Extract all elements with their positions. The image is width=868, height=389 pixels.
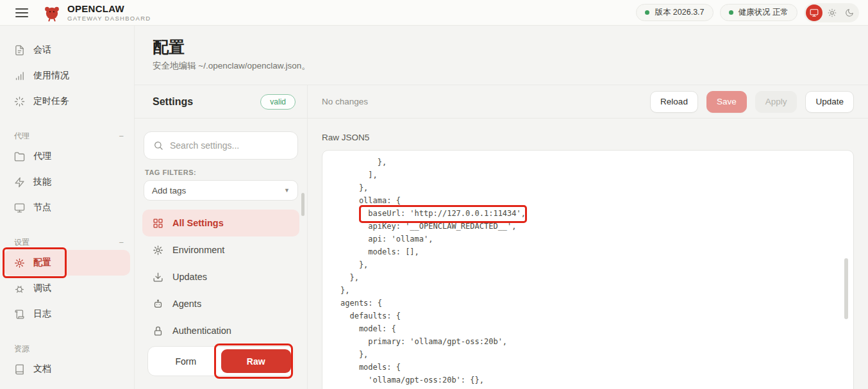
code-line: models: [], — [340, 245, 853, 258]
sidebar-item-label: 代理 — [33, 151, 51, 162]
raw-view-button[interactable]: Raw — [221, 349, 292, 373]
code-line: agents: { — [340, 297, 853, 310]
brand-subtitle: GATEWAY DASHBOARD — [67, 15, 151, 22]
sidebar-item-debug[interactable]: 调试 — [4, 276, 130, 301]
brand: OPENCLAW GATEWAY DASHBOARD — [67, 4, 151, 22]
sidebar-section-header: 代理− — [14, 128, 124, 144]
lock-icon — [153, 326, 163, 336]
page-title: 配置 — [153, 36, 868, 58]
chevron-down-icon: ▼ — [284, 187, 290, 194]
download-icon — [153, 272, 163, 283]
settings-category-authentication[interactable]: Authentication — [142, 317, 299, 340]
sidebar-item-sessions[interactable]: 会话 — [4, 37, 130, 63]
settings-category-environment[interactable]: Environment — [142, 236, 299, 263]
apply-button[interactable]: Apply — [755, 91, 797, 113]
sidebar-item-label: 技能 — [33, 176, 51, 188]
sidebar-item-skills[interactable]: 技能 — [4, 169, 130, 195]
page-header: 配置 安全地编辑 ~/.openclaw/openclaw.json。 — [135, 26, 868, 85]
sidebar-item-label: 节点 — [33, 202, 51, 213]
save-button[interactable]: Save — [706, 91, 747, 113]
config-editor: No changes Reload Save Apply Update Raw … — [308, 85, 868, 389]
editor-scrollbar[interactable] — [844, 258, 848, 319]
search-icon — [153, 140, 163, 151]
settings-category-all-settings[interactable]: All Settings — [142, 210, 299, 236]
settings-category-agents[interactable]: Agents — [142, 290, 299, 317]
settings-panel-title: Settings — [153, 96, 193, 108]
sidebar-item-label: 配置 — [33, 257, 51, 269]
code-line: }, — [340, 284, 853, 297]
category-label: Updates — [172, 272, 207, 282]
code-line: baseUrl: 'http://127.0.0.1:11434', — [340, 207, 853, 220]
sidebar-item-label: 调试 — [33, 283, 51, 294]
code-line: }, — [340, 156, 853, 169]
gear-icon — [14, 258, 25, 269]
grid-icon — [153, 218, 163, 229]
sidebar-item-logs[interactable]: 日志 — [4, 301, 130, 327]
raw-json5-editor[interactable]: }, ], }, ollama: { baseUrl: 'http://127.… — [322, 150, 854, 389]
theme-sun-icon[interactable] — [824, 5, 840, 21]
zap-icon — [14, 177, 25, 188]
code-line: ], — [340, 169, 853, 181]
brand-title: OPENCLAW — [67, 4, 151, 13]
sidebar-item-label: 定时任务 — [33, 95, 69, 107]
update-button[interactable]: Update — [805, 91, 854, 113]
code-line: 'ollama/gpt-oss:20b': {}, — [340, 374, 853, 386]
code-block: }, ], }, ollama: { baseUrl: 'http://127.… — [340, 156, 853, 386]
theme-toggle[interactable] — [804, 3, 859, 22]
sidebar-item-agents[interactable]: 代理 — [4, 144, 130, 169]
sidebar-item-cron[interactable]: 定时任务 — [4, 88, 130, 114]
view-mode-toggle: Form Raw — [147, 346, 294, 376]
version-badge-label: 版本 2026.3.7 — [655, 7, 704, 18]
gear-icon — [153, 245, 163, 256]
settings-panel: Settings valid TAG FILTERS: Add tags ▼ — [135, 85, 308, 389]
top-bar: OPENCLAW GATEWAY DASHBOARD 版本 2026.3.7 健… — [0, 0, 868, 26]
sidebar-item-label: 使用情况 — [33, 70, 69, 81]
code-line: api: 'ollama', — [340, 233, 853, 245]
tag-filters-label: TAG FILTERS: — [145, 169, 297, 176]
section-title: 代理 — [14, 131, 29, 142]
code-line: defaults: { — [340, 310, 853, 322]
sidebar-item-label: 日志 — [33, 308, 51, 320]
sidebar-item-usage[interactable]: 使用情况 — [4, 63, 130, 88]
raw-json5-label: Raw JSON5 — [322, 133, 854, 142]
sidebar-item-config[interactable]: 配置 — [4, 250, 130, 276]
reload-button[interactable]: Reload — [650, 91, 698, 113]
category-label: Authentication — [172, 326, 231, 336]
main-content: 配置 安全地编辑 ~/.openclaw/openclaw.json。 Sett… — [135, 26, 868, 389]
bug-icon — [14, 283, 25, 294]
sidebar-item-docs[interactable]: 文档 — [4, 356, 130, 382]
monitor-icon — [14, 203, 25, 213]
category-label: Environment — [172, 245, 224, 255]
menu-icon[interactable] — [15, 8, 28, 17]
settings-list-scrollbar[interactable] — [301, 193, 305, 216]
changes-status: No changes — [322, 97, 368, 106]
green-dot-icon — [645, 10, 649, 15]
settings-category-list: All SettingsEnvironmentUpdatesAgentsAuth… — [142, 210, 299, 340]
sidebar-item-label: 文档 — [33, 363, 51, 375]
settings-search[interactable] — [144, 131, 298, 160]
theme-monitor-icon[interactable] — [806, 4, 822, 21]
version-badge: 版本 2026.3.7 — [636, 4, 713, 21]
health-badge-label: 健康状况 正常 — [739, 7, 789, 18]
sidebar-item-nodes[interactable]: 节点 — [4, 195, 130, 220]
bot-icon — [153, 299, 163, 310]
collapse-icon[interactable]: − — [119, 238, 124, 247]
theme-moon-icon[interactable] — [842, 5, 857, 21]
settings-category-updates[interactable]: Updates — [142, 263, 299, 290]
section-title: 设置 — [14, 237, 29, 248]
green-dot-icon — [729, 10, 733, 15]
scroll-icon — [14, 309, 25, 320]
add-tags-select[interactable]: Add tags ▼ — [144, 180, 298, 201]
health-badge: 健康状况 正常 — [720, 4, 797, 21]
add-tags-value: Add tags — [152, 186, 186, 195]
loader-icon — [14, 96, 25, 107]
collapse-icon[interactable]: − — [119, 131, 124, 141]
category-label: Agents — [172, 299, 201, 309]
search-input[interactable] — [170, 140, 288, 151]
form-view-button[interactable]: Form — [151, 349, 221, 373]
sidebar-nav: 会话使用情况定时任务代理−代理技能节点设置−配置调试日志资源文档 — [0, 37, 134, 382]
sidebar-section-header: 资源 — [14, 341, 124, 356]
file-text-icon — [14, 45, 25, 56]
code-line: }, — [340, 258, 853, 271]
code-line: primary: 'ollama/gpt-oss:20b', — [340, 335, 853, 348]
